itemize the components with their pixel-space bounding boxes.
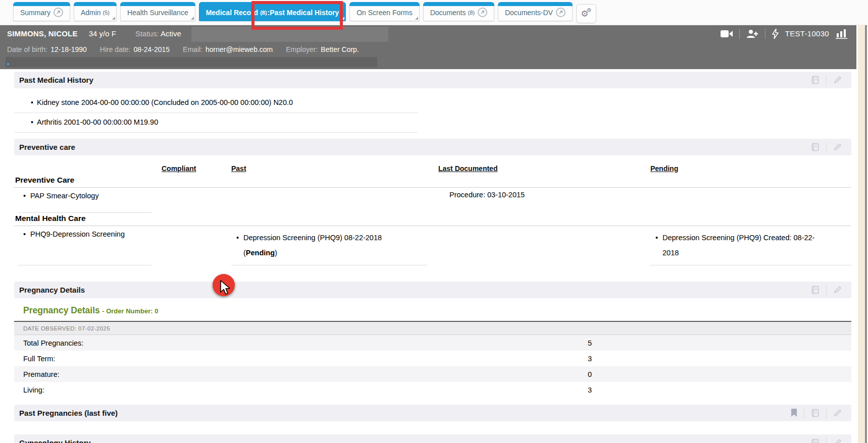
patient-name: SIMMONS, NICOLE xyxy=(7,29,78,38)
pc-cell-past xyxy=(231,188,438,213)
tab-count: (5) xyxy=(103,10,110,16)
table-row: Total Pregnancies: 5 xyxy=(14,335,851,351)
tab-on-screen-forms[interactable]: On Screen Forms xyxy=(349,2,419,21)
pending-entry-line2: 2018 xyxy=(650,245,851,260)
past-entry-line2: (Pending) xyxy=(231,245,427,260)
email-label: Email: xyxy=(183,45,202,53)
edit-pencil-icon[interactable] xyxy=(827,76,848,84)
pc-cell-past: Depression Screening (PHQ9) 08-22-2018 (… xyxy=(231,230,427,265)
patient-banner-row1: SIMMONS, NICOLE 34 y/o F Status: Active … xyxy=(0,25,868,42)
section-title: Gynecology History xyxy=(19,438,91,443)
section-title: Past Pregnancies (last five) xyxy=(19,409,118,417)
scrollbar-track[interactable] xyxy=(858,25,865,443)
row-value: 0 xyxy=(588,370,851,378)
date-observed-row: DATE OBSERVED: 07-02-2025 xyxy=(14,321,851,335)
section-past-pregnancies: Past Pregnancies (last five) xyxy=(14,405,851,421)
group-mental-health-care: Mental Health Care xyxy=(14,213,851,226)
pc-cell-pending xyxy=(650,188,851,213)
tab-count: (8) xyxy=(260,10,267,16)
chart-content: Past Medical History Kidney stone 2004-0… xyxy=(0,72,868,443)
divider xyxy=(765,29,765,39)
edit-pencil-icon[interactable] xyxy=(827,409,848,417)
tab-medical-record-active[interactable]: Medical Record (8) :Past Medical History xyxy=(199,2,346,21)
section-preventive-care: Preventive care xyxy=(14,139,851,155)
journal-icon[interactable] xyxy=(804,409,826,417)
tab-documents[interactable]: Documents (8) xyxy=(423,2,494,21)
row-label: Premature: xyxy=(23,370,588,378)
row-label: Total Pregnancies: xyxy=(23,339,588,347)
banner-blue-dot xyxy=(7,63,9,65)
edit-pencil-icon[interactable] xyxy=(827,286,848,294)
edit-pencil-icon[interactable] xyxy=(827,143,848,151)
settings-button[interactable]: ⚙ ⚙ xyxy=(576,4,596,23)
row-value: 5 xyxy=(588,339,851,347)
tab-admin[interactable]: Admin (5) xyxy=(74,2,117,21)
column-header-pending: Pending xyxy=(650,164,851,175)
employer-value: Better Corp. xyxy=(321,45,359,53)
video-camera-icon[interactable] xyxy=(721,30,733,38)
add-person-icon[interactable] xyxy=(746,29,758,38)
pregnancy-details-title-text: Pregnancy Details xyxy=(23,305,100,315)
mouse-pointer-icon xyxy=(220,280,232,296)
bookmark-icon[interactable] xyxy=(784,409,804,417)
pc-cell-compliant xyxy=(162,188,231,213)
mouse-cursor-highlight xyxy=(213,274,235,296)
dob-value: 12-18-1990 xyxy=(50,45,87,53)
hire-date-value: 08-24-2015 xyxy=(133,45,170,53)
status-label: Status: xyxy=(135,29,159,38)
divider xyxy=(739,29,740,39)
tab-label: On Screen Forms xyxy=(356,9,412,17)
section-title: Past Medical History xyxy=(19,76,93,84)
tab-suffix: :Past Medical History xyxy=(268,9,339,17)
table-row: Premature: 0 xyxy=(14,366,851,382)
row-label: Living: xyxy=(23,386,588,394)
journal-icon[interactable] xyxy=(804,286,826,294)
email-value: horner@mieweb.com xyxy=(206,45,273,53)
scrollbar[interactable] xyxy=(856,25,868,443)
patient-age-sex: 34 y/o F xyxy=(89,29,116,38)
tab-label: Summary xyxy=(20,9,50,17)
chart-id: TEST-10030 xyxy=(785,29,829,38)
banner-inset-area xyxy=(6,57,377,67)
external-link-icon[interactable] xyxy=(478,8,487,17)
group-preventive-care: Preventive Care xyxy=(14,175,851,188)
hire-date-label: Hire date: xyxy=(100,45,131,53)
journal-icon[interactable] xyxy=(804,143,826,151)
journal-icon[interactable] xyxy=(804,438,826,443)
pmh-item: Kidney stone 2004-00-00 00:00:00 (Conclu… xyxy=(14,93,418,113)
row-value: 3 xyxy=(588,355,851,363)
pc-cell-last-documented xyxy=(438,226,650,265)
section-title: Pregnancy Details xyxy=(19,286,85,294)
column-header-past: Past xyxy=(231,164,438,175)
row-label: Full Term: xyxy=(23,355,588,363)
external-link-icon[interactable] xyxy=(556,8,566,17)
lightning-icon[interactable] xyxy=(772,29,779,39)
pmh-item: Arthritis 2001-00-00 00:00:00 M19.90 xyxy=(14,113,418,133)
tab-health-surveillance[interactable]: Health Surveillance xyxy=(120,2,195,21)
past-entry-line1: Depression Screening (PHQ9) 08-22-2018 xyxy=(231,230,427,245)
patient-status: Status: Active xyxy=(135,29,181,38)
pc-cell-last-documented: Procedure: 03-10-2015 xyxy=(438,188,650,213)
tab-label: Documents xyxy=(430,9,466,17)
table-row: Full Term: 3 xyxy=(14,351,851,366)
tab-count: (8) xyxy=(468,10,475,16)
tab-label: Health Surveillance xyxy=(127,9,188,17)
section-title: Preventive care xyxy=(19,143,75,151)
journal-icon[interactable] xyxy=(804,76,826,84)
tab-documents-dv[interactable]: Documents-DV xyxy=(498,2,573,21)
tab-label: Documents-DV xyxy=(505,9,553,17)
section-actions xyxy=(804,437,848,443)
table-row: Living: 3 xyxy=(14,382,851,398)
tab-bar: Summary Admin (5) Health Surveillance Me… xyxy=(0,0,868,25)
section-past-medical-history: Past Medical History xyxy=(14,72,851,88)
pc-item-pap-smear: PAP Smear-Cytology xyxy=(18,192,151,213)
bar-chart-icon[interactable] xyxy=(836,29,848,39)
patient-banner-row3 xyxy=(0,57,868,69)
column-header-item xyxy=(14,164,162,175)
tab-summary[interactable]: Summary xyxy=(13,2,70,21)
section-actions xyxy=(804,75,848,86)
edit-pencil-icon[interactable] xyxy=(827,438,848,443)
external-link-icon[interactable] xyxy=(54,8,63,17)
pc-item-phq9: PHQ9-Depression Screening xyxy=(18,230,151,265)
row-value: 3 xyxy=(588,386,851,394)
